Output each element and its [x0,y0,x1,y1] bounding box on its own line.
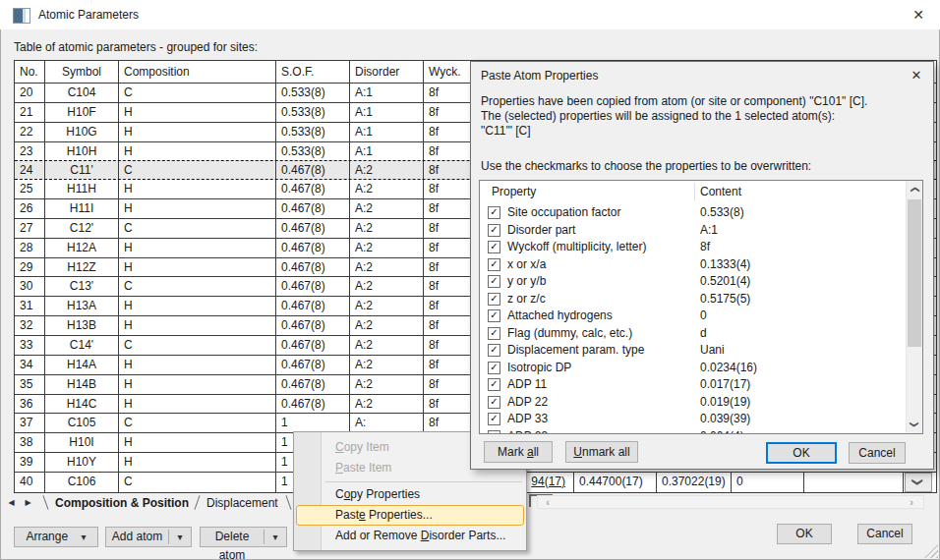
horizontal-scrollbar[interactable]: ‹ › [537,495,924,509]
table-cell[interactable]: 0.467(8) [276,316,350,335]
table-cell[interactable]: 0.533(8) [276,123,350,141]
table-cell[interactable]: C [119,84,276,102]
table-cell[interactable]: 30 [15,277,45,296]
table-cell[interactable]: A:1 [350,123,424,141]
table-cell[interactable]: A:1 [350,142,424,161]
window-close-icon[interactable]: ✕ [907,4,930,26]
table-cell[interactable]: 0.467(8) [276,219,350,238]
table-cell[interactable]: 37 [15,414,45,432]
checkbox-icon[interactable]: ✓ [488,258,500,271]
table-cell[interactable]: H12Z [45,258,119,277]
checkbox-icon[interactable]: ✓ [488,396,500,409]
table-cell[interactable]: C [119,336,276,355]
table-cell[interactable]: H13A [45,297,119,315]
table-cell[interactable]: 31 [15,297,45,315]
table-cell[interactable]: H [119,123,276,141]
main-cancel-button[interactable]: Cancel [857,524,912,544]
checkbox-icon[interactable]: ✓ [488,224,500,237]
table-cell[interactable]: 8f [424,336,471,355]
table-cell[interactable]: A:1 [350,84,424,102]
chevron-down-icon[interactable]: ▾ [264,528,286,546]
table-cell[interactable]: H13B [45,316,119,335]
table-cell[interactable]: A:2 [350,180,424,198]
table-cell[interactable]: 8f [424,103,471,122]
table-cell[interactable]: A:2 [350,356,424,374]
table-cell[interactable]: C14' [45,336,119,355]
table-cell[interactable]: H [119,180,276,198]
tab-scroll-left-button[interactable]: ◀ [4,496,19,510]
table-cell[interactable]: H10I [45,433,119,452]
table-cell[interactable]: 8f [424,219,471,238]
table-cell[interactable]: 0.467(8) [276,199,350,218]
table-cell[interactable]: 8f [424,180,471,198]
checkbox-icon[interactable]: ✓ [488,206,500,219]
table-cell[interactable]: 21 [15,103,45,122]
table-cell[interactable]: H [119,375,276,394]
menu-item-copy-properties[interactable]: Copy Properties [294,484,526,505]
table-cell[interactable]: 34 [15,356,45,374]
scroll-down-icon[interactable]: ❯ [907,417,922,432]
delete-atom-label[interactable]: Delete atom [201,528,264,546]
table-cell[interactable]: C [119,473,276,492]
table-cell[interactable]: H10Y [45,453,119,472]
table-cell[interactable]: A:2 [350,336,424,355]
table-cell[interactable]: 8f [424,356,471,374]
table-cell[interactable]: C104 [45,84,119,102]
table-cell[interactable]: 0.533(8) [276,103,350,122]
table-cell[interactable]: 8f [424,84,471,102]
table-cell[interactable]: 0.37022(19) [657,473,732,492]
table-cell[interactable] [804,473,904,492]
table-cell[interactable]: 0.467(8) [276,375,350,394]
arrange-button[interactable]: Arrange ▾ [14,527,98,547]
table-cell[interactable]: C106 [45,473,119,492]
main-ok-button[interactable]: OK [777,524,832,544]
table-cell[interactable]: 8f [424,142,471,161]
table-cell[interactable]: 8f [424,239,471,257]
chevron-down-icon[interactable]: ▾ [169,528,191,546]
table-cell[interactable]: A:2 [350,199,424,218]
add-atom-label[interactable]: Add atom [106,528,168,546]
table-cell[interactable]: 0.467(8) [276,161,350,179]
table-cell[interactable]: A:2 [350,277,424,296]
table-cell[interactable]: 23 [15,142,45,161]
table-cell[interactable]: 8f [424,199,471,218]
menu-item-add-remove-disorder-parts[interactable]: Add or Remove Disorder Parts... [294,526,526,546]
dialog-close-icon[interactable]: ✕ [906,66,927,85]
table-cell[interactable]: H14C [45,395,119,414]
table-cell[interactable]: 8f [424,414,471,432]
property-list[interactable]: Property Content ✓Site occupation factor… [479,180,923,434]
table-cell[interactable]: H14B [45,375,119,394]
table-scroll-down-button[interactable]: ❯ [905,473,932,492]
table-cell[interactable]: 0.467(8) [276,395,350,414]
table-cell[interactable]: 33 [15,336,45,355]
checkbox-icon[interactable]: ✓ [488,362,500,374]
table-cell[interactable]: C [119,277,276,296]
table-cell[interactable]: C105 [45,414,119,432]
checkbox-icon[interactable]: ✓ [488,430,500,434]
menu-item-paste-properties[interactable]: Paste Properties... [296,505,524,526]
table-cell[interactable]: 0.467(8) [276,258,350,277]
table-cell[interactable]: C11' [45,161,119,179]
scrollbar-splitter[interactable] [529,494,531,507]
scroll-right-icon[interactable]: › [904,496,919,508]
table-cell[interactable]: A:2 [350,239,424,257]
table-cell[interactable]: 0.467(8) [276,356,350,374]
table-cell[interactable]: 24 [15,161,45,179]
table-cell[interactable]: 0 [732,473,804,492]
table-cell[interactable]: 8f [424,277,471,296]
table-cell[interactable]: 32 [15,316,45,335]
mark-all-button[interactable]: Mark all [484,441,553,463]
checkbox-icon[interactable]: ✓ [488,378,500,391]
dialog-cancel-button[interactable]: Cancel [849,442,906,464]
table-cell[interactable]: 0.467(8) [276,277,350,296]
checkbox-icon[interactable]: ✓ [488,275,500,288]
table-cell[interactable]: 8f [424,395,471,414]
table-cell[interactable]: A:2 [350,219,424,238]
table-cell[interactable]: 0.44700(17) [574,473,657,492]
table-cell[interactable]: 1 [276,414,350,432]
table-cell[interactable]: 35 [15,375,45,394]
table-cell[interactable]: 36 [15,395,45,414]
scroll-left-icon[interactable]: ‹ [540,496,556,508]
table-cell[interactable]: H [119,433,276,452]
checkbox-icon[interactable]: ✓ [488,344,500,357]
